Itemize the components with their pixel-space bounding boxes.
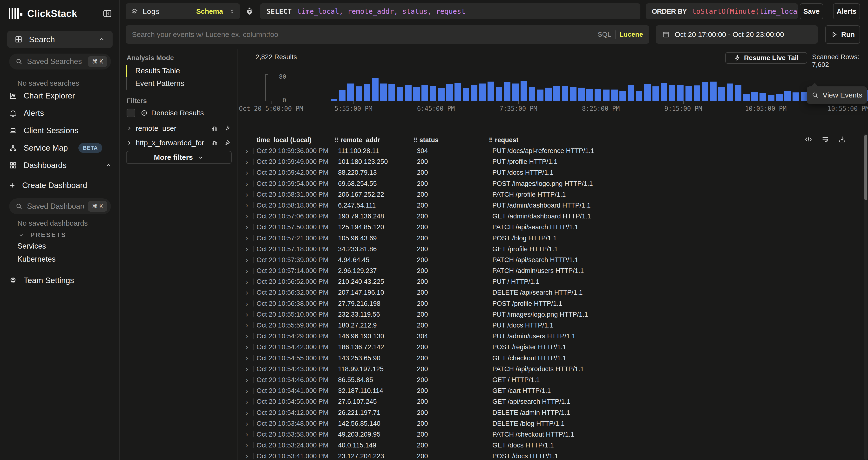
collapse-sidebar-icon[interactable] <box>102 9 112 18</box>
table-row[interactable]: ›Oct 20 10:56:52.000 PM210.240.43.225200… <box>238 276 868 287</box>
scrollbar-thumb[interactable] <box>864 135 867 200</box>
histogram-bar[interactable] <box>521 81 527 101</box>
histogram-bar[interactable] <box>463 88 469 101</box>
lucene-toggle[interactable]: Lucene <box>619 31 643 38</box>
histogram-bar[interactable] <box>529 87 535 101</box>
histogram-bar[interactable] <box>603 90 610 101</box>
table-row[interactable]: ›Oct 20 10:54:43.000 PM118.99.197.125200… <box>238 364 868 374</box>
row-expand-icon[interactable]: › <box>246 385 248 396</box>
table-row[interactable]: ›Oct 20 10:53:58.000 PM49.203.209.95200P… <box>238 429 868 440</box>
source-select[interactable]: Logs Schema <box>126 3 240 19</box>
histogram-bar[interactable] <box>545 88 552 101</box>
presets-section-toggle[interactable]: PRESETS <box>18 231 66 239</box>
preset-item-kubernetes[interactable]: Kubernetes <box>18 255 56 263</box>
row-expand-icon[interactable]: › <box>246 298 248 309</box>
histogram-bar[interactable] <box>760 93 766 101</box>
row-expand-icon[interactable]: › <box>246 243 248 254</box>
histogram-bar[interactable] <box>776 94 783 101</box>
table-row[interactable]: ›Oct 20 10:53:48.000 PM142.56.85.140200D… <box>238 418 868 429</box>
drag-handle-icon[interactable]: ⠿ <box>334 137 338 143</box>
histogram-bar[interactable] <box>636 91 642 101</box>
table-row[interactable]: ›Oct 20 10:59:49.000 PM101.180.123.25020… <box>238 156 868 167</box>
row-expand-icon[interactable]: › <box>246 429 248 440</box>
row-expand-icon[interactable]: › <box>246 167 248 178</box>
source-settings-gear-icon[interactable] <box>245 6 255 17</box>
table-row[interactable]: ›Oct 20 10:57:14.000 PM2.96.129.237200PA… <box>238 265 868 276</box>
sidebar-item-dashboards[interactable]: Dashboards <box>9 159 112 172</box>
histogram-bar[interactable] <box>661 83 667 101</box>
table-row[interactable]: ›Oct 20 10:57:50.000 PM125.194.85.120200… <box>238 222 868 232</box>
mode-event-patterns[interactable]: Event Patterns <box>135 77 184 90</box>
row-expand-icon[interactable]: › <box>246 222 248 232</box>
histogram-bar[interactable] <box>669 85 675 101</box>
row-expand-icon[interactable]: › <box>246 374 248 385</box>
table-row[interactable]: ›Oct 20 10:54:12.000 PM26.221.197.71200D… <box>238 407 868 418</box>
histogram-bar[interactable] <box>471 85 477 101</box>
saved-searches-input[interactable] <box>27 57 84 66</box>
column-header-request[interactable]: ⠿request <box>489 134 518 146</box>
chevron-up-icon[interactable] <box>105 162 112 169</box>
histogram-bar[interactable] <box>512 84 519 101</box>
table-row[interactable]: ›Oct 20 10:57:06.000 PM190.79.136.248200… <box>238 211 868 222</box>
field-pin-icon[interactable] <box>223 139 231 146</box>
sidebar-item-service-map[interactable]: Service Map BETA <box>9 141 112 155</box>
histogram-bar[interactable] <box>413 87 420 101</box>
histogram-bar[interactable] <box>347 84 354 101</box>
histogram-bar[interactable] <box>702 82 708 101</box>
table-row[interactable]: ›Oct 20 10:59:54.000 PM69.68.254.55200PO… <box>238 178 868 189</box>
histogram-bar[interactable] <box>751 92 758 101</box>
alerts-button[interactable]: Alerts <box>833 3 860 19</box>
download-icon[interactable] <box>838 135 846 143</box>
row-expand-icon[interactable]: › <box>246 407 248 418</box>
table-row[interactable]: ›Oct 20 10:54:29.000 PM146.96.190.130304… <box>238 330 868 342</box>
histogram-bar[interactable] <box>446 84 453 101</box>
column-header-time-local[interactable]: time_local (Local) <box>256 134 311 146</box>
histogram-bar[interactable] <box>438 88 444 101</box>
run-button[interactable]: Run <box>825 25 860 44</box>
row-expand-icon[interactable]: › <box>246 440 248 451</box>
histogram-bar[interactable] <box>619 91 626 101</box>
histogram-bar[interactable] <box>479 84 486 101</box>
histogram-bar[interactable] <box>652 86 659 101</box>
table-row[interactable]: ›Oct 20 10:53:41.000 PM23.127.204.223200… <box>238 451 868 460</box>
scrollbar-track[interactable] <box>864 134 868 460</box>
filter-field-http-x-forwarded-for[interactable]: http_x_forwarded_for <box>126 137 231 149</box>
resume-live-tail-button[interactable]: Resume Live Tail <box>725 52 807 64</box>
table-row[interactable]: ›Oct 20 10:55:59.000 PM180.27.212.9200PU… <box>238 320 868 330</box>
mode-results-table[interactable]: Results Table <box>135 65 180 77</box>
row-expand-icon[interactable]: › <box>246 189 248 200</box>
table-row[interactable]: ›Oct 20 10:57:21.000 PM105.96.43.69200PO… <box>238 233 868 243</box>
denoise-checkbox[interactable] <box>127 109 135 117</box>
field-chart-icon[interactable] <box>211 125 218 132</box>
row-expand-icon[interactable]: › <box>246 342 248 352</box>
histogram-bar[interactable] <box>793 92 799 101</box>
row-expand-icon[interactable]: › <box>246 364 248 374</box>
table-row[interactable]: ›Oct 20 10:54:42.000 PM186.136.72.142200… <box>238 342 868 352</box>
row-expand-icon[interactable]: › <box>246 178 248 189</box>
row-expand-icon[interactable]: › <box>246 396 248 407</box>
histogram-bar[interactable] <box>677 85 684 101</box>
histogram-bar[interactable] <box>710 82 717 101</box>
histogram-bar[interactable] <box>422 85 428 101</box>
histogram-bar[interactable] <box>718 87 725 101</box>
row-expand-icon[interactable]: › <box>246 254 248 265</box>
preset-item-services[interactable]: Services <box>18 242 46 251</box>
histogram-bar[interactable] <box>496 87 502 101</box>
histogram-bar[interactable] <box>685 86 692 101</box>
drag-handle-icon[interactable]: ⠿ <box>489 137 493 143</box>
histogram-bar[interactable] <box>628 85 634 101</box>
table-row[interactable]: ›Oct 20 10:59:42.000 PM88.220.79.13200PU… <box>238 167 868 178</box>
histogram-bar[interactable] <box>339 90 345 101</box>
histogram-bar[interactable] <box>372 78 378 101</box>
histogram-bar[interactable] <box>405 85 411 101</box>
table-row[interactable]: ›Oct 20 10:54:55.000 PM143.253.65.90200G… <box>238 353 868 364</box>
saved-dashboards-input[interactable] <box>27 202 84 211</box>
wrap-text-icon[interactable] <box>821 135 830 143</box>
histogram-bar[interactable] <box>743 94 750 101</box>
histogram-bar[interactable] <box>430 86 436 101</box>
field-chart-icon[interactable] <box>211 139 218 146</box>
field-pin-icon[interactable] <box>223 125 231 132</box>
team-settings-button[interactable]: Team Settings <box>9 274 112 287</box>
histogram-bar[interactable] <box>355 86 362 101</box>
filter-field-remote-user[interactable]: remote_user <box>126 122 231 135</box>
